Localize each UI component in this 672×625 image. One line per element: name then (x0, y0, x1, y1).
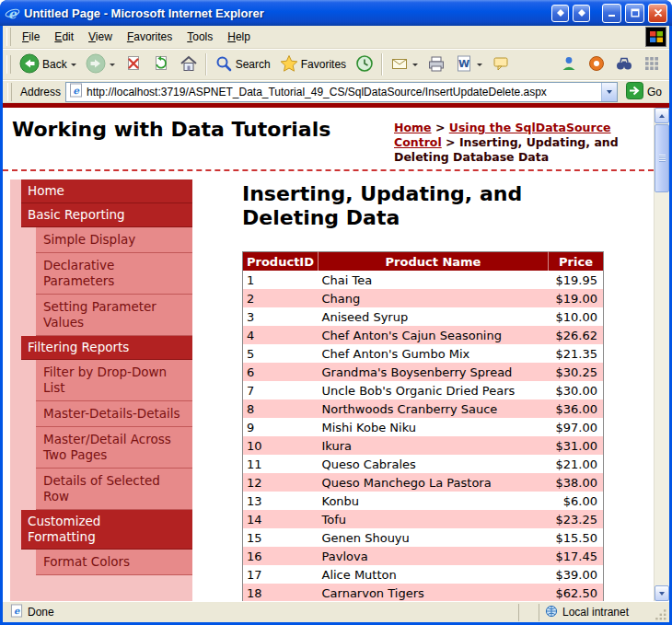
price-cell: $30.25 (549, 363, 604, 381)
stop-button[interactable] (120, 52, 147, 77)
menu-help[interactable]: Help (220, 28, 258, 46)
product-id-cell: 17 (243, 565, 319, 584)
site-title: Working with Data Tutorials (12, 118, 330, 165)
scrollbar-thumb[interactable] (655, 124, 669, 192)
discuss-button[interactable] (487, 52, 515, 77)
product-table-body: 1Chai Tea$19.952Chang$19.003Aniseed Syru… (243, 271, 604, 601)
product-name-cell: Aniseed Syrup (319, 307, 549, 326)
home-button[interactable] (175, 52, 203, 77)
menu-file[interactable]: File (15, 28, 47, 46)
price-cell: $97.00 (549, 418, 604, 436)
address-label: Address (20, 86, 61, 98)
forward-dropdown-caret (110, 64, 115, 66)
product-id-cell: 8 (243, 399, 319, 418)
mail-button[interactable] (386, 52, 423, 77)
window-extra-button-2[interactable] (573, 5, 590, 22)
product-name-cell: Queso Manchego La Pastora (319, 473, 549, 492)
addon-orange-button[interactable] (583, 52, 610, 77)
menu-favorites[interactable]: Favorites (120, 28, 180, 46)
page-body: HomeBasic ReportingSimple DisplayDeclara… (3, 171, 654, 601)
forward-button[interactable] (81, 52, 120, 77)
table-row: 3Aniseed Syrup$10.00 (243, 307, 604, 326)
sidebar-item-format-colors[interactable]: Format Colors (36, 550, 192, 575)
menu-bar: FileEditViewFavoritesToolsHelp (3, 26, 669, 49)
sidebar-item-filter-by-drop-down-list[interactable]: Filter by Drop-Down List (36, 360, 192, 401)
page-content: Working with Data Tutorials Home > Using… (3, 108, 654, 601)
window-extra-button-1[interactable] (551, 5, 569, 22)
sidebar-item-declarative-parameters[interactable]: Declarative Parameters (36, 253, 192, 295)
product-id-cell: 14 (243, 510, 319, 528)
back-button[interactable]: Back (15, 52, 81, 77)
table-row: 2Chang$19.00 (243, 289, 604, 307)
menu-view[interactable]: View (81, 28, 120, 46)
minimize-button[interactable] (602, 4, 621, 23)
table-row: 5Chef Anton's Gumbo Mix$21.35 (243, 344, 604, 363)
menu-tools[interactable]: Tools (180, 28, 220, 46)
sidebar-item-setting-parameter-values[interactable]: Setting Parameter Values (36, 295, 192, 336)
windows-logo-icon (645, 27, 666, 47)
sidebar-item-basic-reporting[interactable]: Basic Reporting (21, 203, 192, 227)
sidebar-item-filtering-reports[interactable]: Filtering Reports (21, 336, 192, 360)
print-icon (427, 54, 446, 75)
address-input[interactable]: e http://localhost:3719/ASPNET_Data_Tuto… (65, 82, 618, 102)
product-name-cell: Chef Anton's Gumbo Mix (319, 344, 549, 363)
vertical-scrollbar[interactable] (654, 108, 669, 601)
price-cell: $15.50 (549, 528, 604, 547)
maximize-button[interactable] (625, 4, 644, 23)
scroll-down-button[interactable] (655, 585, 669, 601)
table-row: 6Grandma's Boysenberry Spread$30.25 (243, 363, 604, 381)
status-page-icon: e (10, 604, 23, 620)
table-row: 4Chef Anton's Cajun Seasoning$26.62 (243, 326, 604, 344)
sidebar-item-master-details-details[interactable]: Master-Details-Details (36, 401, 192, 427)
breadcrumb-link-home[interactable]: Home (394, 121, 432, 134)
research-button[interactable] (610, 52, 638, 77)
sidebar-item-customized-formatting[interactable]: Customized Formatting (21, 510, 192, 550)
sidebar-item-home[interactable]: Home (21, 179, 192, 203)
table-row: 10Ikura$31.00 (243, 436, 604, 455)
table-row: 7Uncle Bob's Organic Dried Pears$30.00 (243, 381, 604, 399)
column-header-product-name: Product Name (319, 251, 549, 271)
back-label: Back (42, 58, 67, 71)
table-row: 8Northwoods Cranberry Sauce$36.00 (243, 399, 604, 418)
product-name-cell: Chang (319, 289, 549, 307)
title-bar[interactable]: e Untitled Page - Microsoft Internet Exp… (0, 0, 672, 26)
product-id-cell: 15 (243, 528, 319, 547)
product-name-cell: Mishi Kobe Niku (319, 418, 549, 436)
edit-with-word-button[interactable]: W (450, 52, 487, 77)
product-id-cell: 9 (243, 418, 319, 436)
toolbar-separator (205, 53, 207, 75)
messenger-button[interactable] (555, 52, 583, 77)
price-cell: $31.00 (549, 436, 604, 455)
price-cell: $39.00 (549, 565, 604, 584)
menu-bar-items: FileEditViewFavoritesToolsHelp (15, 28, 258, 46)
search-button[interactable]: Search (210, 52, 275, 77)
refresh-button[interactable] (147, 52, 175, 77)
table-row: 1Chai Tea$19.95 (243, 271, 604, 289)
zone-label: Local intranet (562, 606, 629, 619)
favorites-button[interactable]: Favorites (275, 52, 351, 77)
go-button[interactable]: Go (622, 82, 666, 102)
product-id-cell: 18 (243, 584, 319, 601)
menubar-grip[interactable] (6, 28, 11, 46)
sidebar-item-details-of-selected-row[interactable]: Details of Selected Row (36, 469, 192, 510)
chevron-down-icon (607, 90, 612, 94)
sidebar-item-simple-display[interactable]: Simple Display (36, 227, 192, 253)
product-id-cell: 5 (243, 344, 319, 363)
menu-edit[interactable]: Edit (47, 28, 81, 46)
print-button[interactable] (423, 52, 450, 77)
address-dropdown-button[interactable] (601, 83, 617, 101)
product-name-cell: Carnarvon Tigers (319, 584, 549, 601)
addon-grid-button[interactable] (638, 52, 666, 77)
resize-grip[interactable] (655, 604, 667, 621)
history-button[interactable] (351, 52, 378, 77)
browser-chrome: FileEditViewFavoritesToolsHelp Back (3, 26, 669, 622)
arrow-up-icon (659, 114, 665, 118)
column-header-price: Price (549, 251, 604, 271)
sidebar-item-master-detail-across-two-pages[interactable]: Master/Detail Across Two Pages (36, 427, 192, 469)
scroll-up-button[interactable] (655, 108, 669, 123)
product-id-cell: 2 (243, 289, 319, 307)
addressbar-grip[interactable] (7, 83, 12, 101)
toolbar-grip[interactable] (6, 55, 11, 74)
breadcrumb: Home > Using the SqlDataSource Control >… (394, 118, 644, 165)
close-button[interactable] (648, 4, 667, 23)
